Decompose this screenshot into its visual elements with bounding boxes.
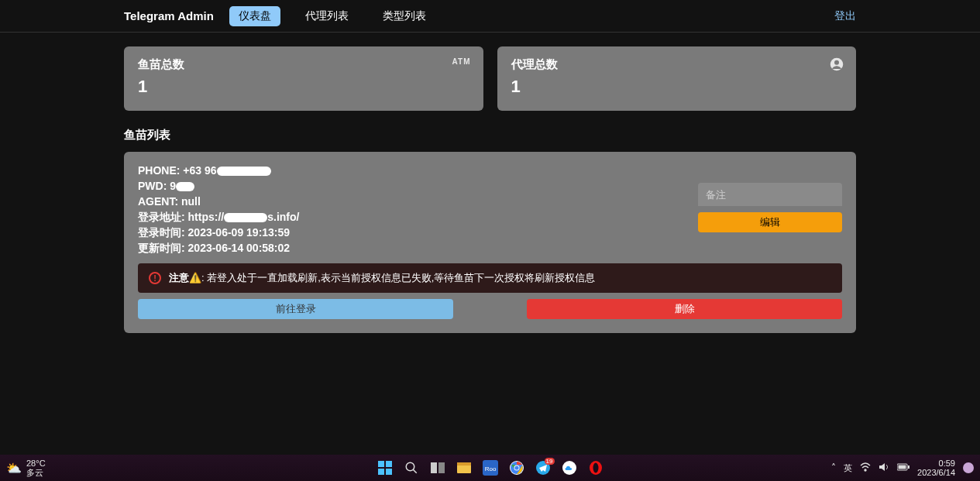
stat-value: 1 xyxy=(138,77,469,97)
updtime-value: 2023-06-14 00:58:02 xyxy=(188,242,291,254)
svg-text:Roo: Roo xyxy=(484,466,496,472)
taskbar-right: ˄ 英 0:59 2023/6/14 xyxy=(831,459,974,477)
battery-icon[interactable] xyxy=(897,462,910,473)
svg-point-6 xyxy=(406,462,414,471)
logintime-label: 登录时间: xyxy=(138,226,188,239)
entry-side: 编辑 xyxy=(698,183,842,232)
svg-line-7 xyxy=(413,469,417,473)
volume-icon[interactable] xyxy=(879,462,889,474)
agent-value: null xyxy=(181,195,201,208)
alert-icon: ! xyxy=(149,272,161,284)
phone-value-prefix: +63 96 xyxy=(183,164,216,177)
action-buttons: 前往登录 删除 xyxy=(138,299,842,319)
main-content: 鱼苗总数 1 ATM 代理总数 1 鱼苗列表 PHONE: +63 96 PWD… xyxy=(0,33,980,333)
redaction-bar xyxy=(217,167,271,176)
nav-dashboard[interactable]: 仪表盘 xyxy=(229,6,280,26)
taskbar-weather[interactable]: ⛅ 28°C 多云 xyxy=(6,459,46,477)
windows-taskbar: ⛅ 28°C 多云 Roo 19 xyxy=(0,455,980,481)
taskbar-center: Roo 19 xyxy=(377,459,604,476)
updtime-label: 更新时间: xyxy=(138,242,188,254)
svg-rect-8 xyxy=(431,462,437,473)
logout-link[interactable]: 登出 xyxy=(834,9,856,23)
loginurl-suffix: s.info/ xyxy=(267,211,299,223)
avatar-icon xyxy=(830,57,844,74)
alert-body: : 若登入处于一直加载刷新,表示当前授权信息已失败,等待鱼苗下一次授权将刷新授权… xyxy=(201,272,595,283)
stat-value: 1 xyxy=(511,77,843,97)
svg-point-21 xyxy=(593,463,598,473)
telegram-icon[interactable]: 19 xyxy=(535,459,552,476)
nav-links: 仪表盘 代理列表 类型列表 xyxy=(229,6,435,26)
redaction-bar xyxy=(176,182,194,191)
stat-cards: 鱼苗总数 1 ATM 代理总数 1 xyxy=(124,46,856,111)
taskview-icon[interactable] xyxy=(429,459,446,476)
edit-button[interactable]: 编辑 xyxy=(698,212,842,232)
opera-icon[interactable] xyxy=(587,459,604,476)
svg-point-22 xyxy=(865,469,866,471)
pwd-value-prefix: 9 xyxy=(170,180,176,192)
weather-icon: ⛅ xyxy=(6,461,22,476)
app-roo-icon[interactable]: Roo xyxy=(482,459,499,476)
taskbar-clock[interactable]: 0:59 2023/6/14 xyxy=(917,459,955,477)
svg-rect-5 xyxy=(386,469,392,475)
badge-icon: 19 xyxy=(545,458,555,465)
remark-input[interactable] xyxy=(698,183,842,206)
chrome-icon[interactable] xyxy=(508,459,525,476)
nav-agents[interactable]: 代理列表 xyxy=(296,6,358,26)
svg-rect-4 xyxy=(378,469,384,475)
start-button[interactable] xyxy=(377,459,394,476)
alert-banner: ! 注意⚠️: 若登入处于一直加载刷新,表示当前授权信息已失败,等待鱼苗下一次授… xyxy=(138,263,842,293)
agent-label: AGENT: xyxy=(138,195,181,208)
svg-rect-3 xyxy=(386,461,392,467)
alert-title: 注意 xyxy=(169,272,189,283)
phone-label: PHONE: xyxy=(138,164,183,177)
weather-desc: 多云 xyxy=(26,468,46,477)
go-login-button[interactable]: 前往登录 xyxy=(138,299,453,319)
wifi-icon[interactable] xyxy=(860,462,871,474)
svg-point-1 xyxy=(834,60,839,65)
svg-rect-2 xyxy=(378,461,384,467)
delete-button[interactable]: 删除 xyxy=(527,299,842,319)
clock-time: 0:59 xyxy=(939,459,955,468)
nav-types[interactable]: 类型列表 xyxy=(373,6,435,26)
weather-temp: 28°C xyxy=(26,459,46,468)
baidu-netdisk-icon[interactable] xyxy=(561,459,578,476)
loginurl-prefix: https:// xyxy=(188,211,225,223)
alert-text: 注意⚠️: 若登入处于一直加载刷新,表示当前授权信息已失败,等待鱼苗下一次授权将… xyxy=(169,271,595,285)
entry-panel: PHONE: +63 96 PWD: 9 AGENT: null 登录地址: h… xyxy=(124,152,856,333)
top-nav: Telegram Admin 仪表盘 代理列表 类型列表 登出 xyxy=(0,0,980,33)
entry-info: PHONE: +63 96 PWD: 9 AGENT: null 登录地址: h… xyxy=(138,163,683,256)
clock-date: 2023/6/14 xyxy=(917,468,955,477)
redaction-bar xyxy=(224,213,267,222)
logintime-value: 2023-06-09 19:13:59 xyxy=(188,226,291,239)
atm-icon: ATM xyxy=(452,57,471,66)
pwd-label: PWD: xyxy=(138,180,170,192)
svg-point-17 xyxy=(514,466,518,469)
stat-card-agents: 代理总数 1 xyxy=(497,46,857,111)
loginurl-label: 登录地址: xyxy=(138,211,188,223)
svg-rect-25 xyxy=(908,466,910,469)
warning-icon: ⚠️ xyxy=(189,272,201,283)
list-title: 鱼苗列表 xyxy=(124,128,856,143)
search-icon[interactable] xyxy=(403,459,420,476)
user-avatar-icon[interactable] xyxy=(963,462,974,473)
stat-title: 鱼苗总数 xyxy=(138,57,469,72)
svg-rect-11 xyxy=(457,462,471,466)
tray-chevron-icon[interactable]: ˄ xyxy=(831,462,836,473)
svg-rect-24 xyxy=(899,466,906,469)
stat-title: 代理总数 xyxy=(511,57,843,72)
explorer-icon[interactable] xyxy=(456,459,473,476)
brand-title: Telegram Admin xyxy=(124,9,214,22)
svg-rect-9 xyxy=(438,462,445,473)
ime-indicator[interactable]: 英 xyxy=(844,462,852,474)
stat-card-fish: 鱼苗总数 1 ATM xyxy=(124,46,483,111)
